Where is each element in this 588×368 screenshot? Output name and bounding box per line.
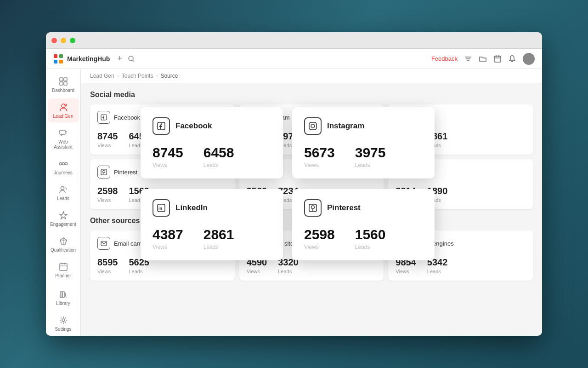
overlay-linkedin-leads-block: 2861 Leads [204,227,234,250]
sidebar-item-leads[interactable]: Leads [48,181,79,205]
filter-icon[interactable] [464,55,472,63]
svg-rect-14 [64,78,67,81]
leads-icon [58,184,68,195]
svg-marker-28 [60,212,67,219]
overlay-instagram: Instagram 5673 Views 3975 Leads [292,107,435,178]
svg-point-22 [59,163,62,165]
svg-line-5 [133,60,134,62]
overlay-linkedin: in LinkedIn 4387 Views 2861 Leads [141,189,283,260]
settings-icon [58,315,68,325]
close-button[interactable] [51,38,57,43]
qualification-icon [58,236,68,246]
app-title: MarketingHub [67,55,110,63]
avatar[interactable] [523,53,535,65]
overlay-facebook-views-block: 8745 Views [153,145,183,168]
sidebar-item-library[interactable]: Library [48,286,79,310]
sidebar-item-engagement[interactable]: Engagement [48,207,79,230]
stat-facebook-views: 8745 Views [97,131,118,148]
overlay-pinterest-views-block: 2598 Views [304,227,335,250]
email-icon [97,237,110,250]
svg-point-4 [129,56,133,61]
sidebar-item-journeys[interactable]: Journeys [48,155,79,179]
topbar: MarketingHub + Feedback [46,49,542,69]
sidebar-label-library: Library [56,301,70,306]
sidebar-label-qualification: Qualification [51,247,76,253]
logo-icon [53,54,63,64]
sidebar-item-web-assistant[interactable]: Web Assistant [48,124,79,153]
sidebar: Dashboard Lead Gen Web Assistant Journey… [46,69,81,336]
main-content: Lead Gen › Touch Points › Source Social … [81,69,542,336]
library-icon [58,289,68,299]
sidebar-label-planner: Planner [55,273,71,278]
overlay-instagram-views-block: 5673 Views [304,145,335,168]
minimize-button[interactable] [61,38,66,43]
web-assistant-icon [58,128,68,138]
search-icon[interactable] [128,55,135,63]
overlay-linkedin-name: LinkedIn [175,203,208,213]
svg-point-64 [311,206,315,209]
feedback-button[interactable]: Feedback [431,55,458,62]
overlay-linkedin-views-block: 4387 Views [153,227,183,250]
titlebar [46,32,542,49]
overlay-facebook-name: Facebook [175,121,212,131]
svg-point-27 [61,187,64,190]
sidebar-item-planner[interactable]: Planner [48,258,79,282]
card-name-facebook: Facebook [114,114,140,121]
facebook-icon [97,111,110,124]
sidebar-item-lead-gen[interactable]: Lead Gen [48,98,79,122]
sidebar-item-settings[interactable]: Settings [48,311,79,335]
svg-point-46 [103,171,105,173]
breadcrumb-touch-points[interactable]: Touch Points [122,73,153,79]
stat-pinterest-views: 2598 Views [97,186,118,203]
content-area: Social media Facebook 8745 [81,83,542,336]
engagement-icon [58,210,68,220]
maximize-button[interactable] [70,38,75,43]
svg-text:in: in [158,206,162,211]
overlay-pinterest: Pinterest 2598 Views 1560 Leads [292,189,435,260]
overlay-facebook: Facebook 8745 Views 6458 Leads [141,107,283,178]
svg-point-59 [311,124,315,128]
breadcrumb: Lead Gen › Touch Points › Source [81,69,542,83]
sidebar-label-leads: Leads [57,196,69,201]
svg-rect-32 [60,264,67,270]
svg-rect-36 [60,292,62,298]
calendar-icon[interactable] [493,55,502,63]
add-button[interactable]: + [117,54,122,63]
card-name-pinterest: Pinterest [114,169,137,176]
breadcrumb-lead-gen[interactable]: Lead Gen [90,73,114,79]
lead-gen-icon [58,102,68,112]
sidebar-label-lead-gen: Lead Gen [53,114,74,119]
sidebar-item-dashboard[interactable]: Dashboard [48,73,79,97]
sidebar-label-journeys: Journeys [54,170,73,175]
sidebar-label-engagement: Engagement [50,222,76,227]
stat-email-views: 8595 Views [97,257,118,274]
folder-icon[interactable] [479,55,487,63]
svg-rect-0 [54,54,57,58]
svg-rect-58 [309,122,317,130]
svg-point-38 [62,319,65,322]
bell-icon[interactable] [508,55,516,63]
overlay-pinterest-leads-block: 1560 Leads [355,227,386,250]
sidebar-label-settings: Settings [55,327,71,332]
sidebar-item-qualification[interactable]: Qualification [48,232,79,256]
overlay-pinterest-name: Pinterest [327,203,361,213]
svg-rect-3 [59,60,63,63]
svg-rect-15 [60,82,63,85]
svg-rect-1 [59,54,63,58]
svg-rect-37 [62,292,64,298]
svg-rect-9 [494,56,501,62]
svg-point-60 [315,124,316,125]
overlay-instagram-name: Instagram [327,121,364,131]
journeys-icon [58,159,68,169]
sidebar-label-web-assistant: Web Assistant [50,139,77,150]
logo-area: MarketingHub + [53,54,426,64]
app-body: Dashboard Lead Gen Web Assistant Journey… [46,69,542,336]
overlay-instagram-leads-block: 3975 Leads [355,145,386,168]
svg-rect-13 [60,78,63,81]
svg-rect-16 [64,82,67,85]
svg-point-24 [65,163,67,165]
svg-point-23 [62,163,64,165]
topbar-icons: Feedback [431,53,535,65]
svg-rect-19 [60,130,65,134]
pinterest-icon [97,166,110,178]
